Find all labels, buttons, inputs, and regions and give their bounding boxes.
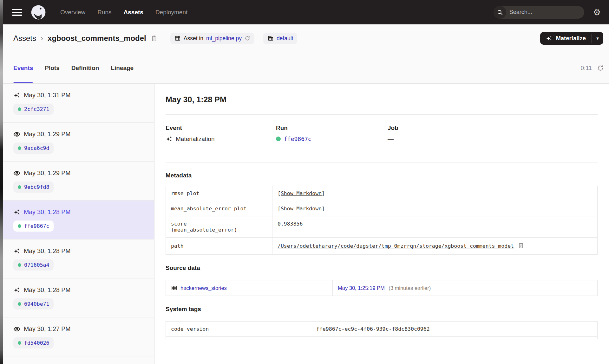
background-window-edge — [0, 0, 3, 364]
sparkle-icon — [13, 209, 20, 216]
run-status-dot — [18, 341, 21, 345]
table-icon — [171, 285, 177, 291]
materialize-dropdown-button[interactable]: ▾ — [592, 32, 603, 45]
show-markdown-link[interactable]: Show Markdown — [281, 190, 322, 196]
asset-location-prefix: Asset in — [184, 35, 203, 42]
refresh-timer: 0:11 — [580, 65, 592, 72]
nav-item-deployment[interactable]: Deployment — [155, 9, 187, 16]
tab-bar: EventsPlotsDefinitionLineage — [13, 52, 134, 84]
metadata-key: mean_absolute_error plot — [166, 201, 272, 216]
asset-location-badge[interactable]: Asset in ml_pipeline.py — [170, 33, 254, 44]
bracket: [ — [278, 206, 281, 212]
run-id-badge[interactable]: ffe9867c — [13, 220, 54, 232]
run-id: 9aca6c9d — [24, 145, 49, 151]
metadata-table: rmse plot [Show Markdown] mean_absolute_… — [166, 186, 598, 255]
eye-icon — [13, 326, 20, 333]
event-list-item[interactable]: May 30, 1:28 PM6940be71 — [3, 278, 154, 317]
storage-path-link[interactable]: /Users/odetteharary/code/dagster/tmp_0mz… — [278, 243, 514, 249]
breadcrumb-separator: › — [41, 34, 43, 43]
event-list-item[interactable]: May 30, 1:31 PM2cfc3271 — [3, 84, 154, 123]
sparkle-icon — [13, 248, 20, 255]
event-list-item[interactable]: May 30, 1:28 PM071605a4 — [3, 239, 154, 278]
tab-lineage[interactable]: Lineage — [111, 52, 134, 84]
source-data-section-title: Source data — [166, 265, 598, 271]
source-data-table: hackernews_stories May 30, 1:25:19 PM (3… — [166, 280, 598, 296]
event-list-item[interactable]: May 30, 1:29 PM9aca6c9d — [3, 123, 154, 162]
bracket: [ — [278, 190, 281, 196]
run-id: fd540026 — [24, 340, 49, 346]
run-id-badge[interactable]: 9ebc9fd8 — [13, 182, 54, 193]
refresh-icon[interactable] — [597, 65, 604, 72]
run-id-badge[interactable]: 9aca6c9d — [13, 143, 54, 154]
event-list-item[interactable]: May 30, 1:29 PM9ebc9fd8 — [3, 162, 154, 201]
tabs-row: EventsPlotsDefinitionLineage 0:11 — [3, 52, 609, 84]
page-title: xgboost_comments_model — [48, 34, 146, 43]
show-markdown-link[interactable]: Show Markdown — [281, 206, 322, 212]
copy-asset-name-icon[interactable] — [151, 35, 158, 42]
run-column-header: Run — [276, 125, 388, 131]
table-row: code_version ffe9867c-ec9c-4f06-939c-f8d… — [166, 322, 598, 337]
run-id-link[interactable]: ffe9867c — [284, 136, 311, 142]
tab-definition[interactable]: Definition — [71, 52, 99, 84]
bracket: ] — [322, 206, 325, 212]
tab-events[interactable]: Events — [13, 52, 33, 84]
nav-item-assets[interactable]: Assets — [124, 9, 143, 16]
materialize-button[interactable]: Materialize — [540, 32, 592, 45]
divider — [166, 114, 598, 115]
breadcrumb-assets-link[interactable]: Assets — [13, 34, 36, 43]
table-row: hackernews_stories May 30, 1:25:19 PM (3… — [166, 280, 598, 296]
metadata-section-title: Metadata — [166, 172, 598, 179]
table-row — [166, 337, 598, 340]
event-list-item[interactable]: May 30, 1:27 PMfd540026 — [3, 317, 154, 356]
event-timestamp: May 30, 1:27 PM — [24, 325, 70, 333]
job-value: — — [388, 136, 394, 143]
materialize-split-button: Materialize ▾ — [540, 32, 603, 45]
run-status-dot — [18, 185, 21, 189]
source-timestamp-link[interactable]: May 30, 1:25:19 PM — [338, 285, 385, 291]
sparkle-icon — [546, 35, 553, 42]
materialize-label: Materialize — [556, 35, 586, 42]
run-id-badge[interactable]: 6940be71 — [13, 298, 54, 310]
source-asset-name: hackernews_stories — [180, 285, 227, 291]
event-list-item[interactable]: May 30, 1:28 PMffe9867c — [3, 201, 154, 239]
run-status-dot — [276, 137, 281, 141]
table-icon — [174, 35, 181, 42]
run-id: ffe9867c — [24, 223, 49, 229]
nav-links: OverviewRunsAssetsDeployment — [60, 9, 187, 16]
settings-gear-icon[interactable]: ⚙ — [593, 8, 601, 16]
job-column-header: Job — [388, 125, 598, 131]
run-id-badge[interactable]: 2cfc3271 — [13, 104, 54, 115]
copy-path-icon[interactable] — [518, 242, 524, 250]
run-status-dot — [18, 146, 21, 150]
nav-item-runs[interactable]: Runs — [97, 9, 111, 16]
eye-icon — [13, 170, 20, 177]
run-id-badge[interactable]: 071605a4 — [13, 259, 54, 271]
source-relative-time: (3 minutes earlier) — [389, 285, 431, 291]
dagster-logo-icon[interactable] — [30, 4, 46, 20]
system-tag-value: ffe9867c-ec9c-4f06-939c-f8dc830c0962 — [311, 322, 598, 337]
reload-location-icon[interactable] — [245, 35, 250, 41]
source-asset-link[interactable]: hackernews_stories — [171, 285, 327, 291]
code-location-badge[interactable]: default — [263, 33, 298, 44]
system-tags-section-title: System tags — [166, 306, 598, 313]
tab-plots[interactable]: Plots — [45, 52, 59, 84]
metadata-key: score (mean_absolute_error) — [166, 216, 272, 238]
table-row: mean_absolute_error plot [Show Markdown] — [166, 201, 598, 216]
event-timestamp: May 30, 1:29 PM — [24, 131, 70, 138]
bracket: ] — [322, 190, 325, 196]
code-location-link[interactable]: default — [277, 35, 293, 42]
search-bar[interactable]: / — [494, 6, 584, 19]
search-input[interactable] — [506, 9, 584, 16]
asset-module-link[interactable]: ml_pipeline.py — [206, 35, 242, 42]
eye-icon — [13, 131, 20, 138]
event-timestamp: May 30, 1:31 PM — [24, 92, 70, 99]
menu-icon[interactable] — [12, 9, 22, 16]
sparkle-icon — [13, 287, 20, 294]
run-id-badge[interactable]: fd540026 — [13, 337, 54, 348]
event-column-header: Event — [166, 125, 276, 131]
run-id: 071605a4 — [24, 262, 49, 268]
table-row: path /Users/odetteharary/code/dagster/tm… — [166, 238, 598, 255]
nav-item-overview[interactable]: Overview — [60, 9, 85, 16]
run-id: 9ebc9fd8 — [24, 184, 49, 190]
chevron-down-icon: ▾ — [596, 35, 599, 41]
